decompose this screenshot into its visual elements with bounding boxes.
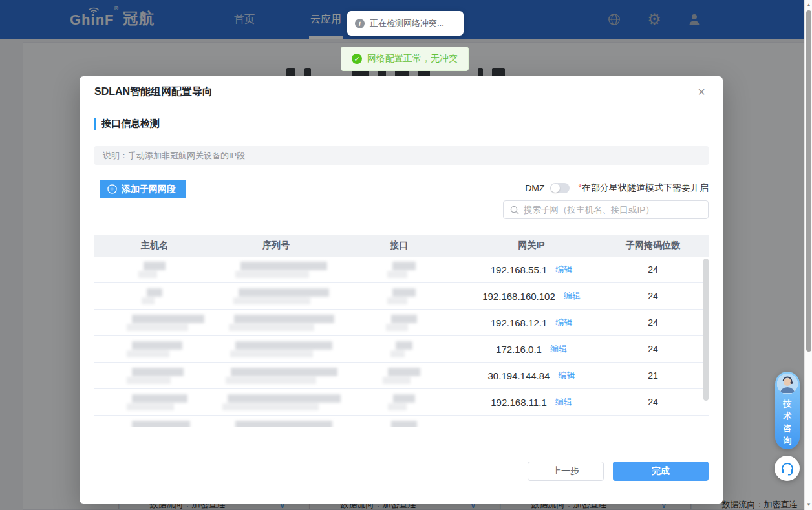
redacted-cell <box>132 394 187 410</box>
redacted-cell <box>239 288 329 304</box>
table-row: 192.168.12.1编辑24 <box>94 310 709 336</box>
table-row: 192.168.11.1编辑24 <box>94 389 709 416</box>
mask-bits: 24 <box>648 291 658 301</box>
mask-bits: 24 <box>648 397 658 407</box>
col-hostname: 主机名 <box>94 240 215 251</box>
page-scrollbar-thumb[interactable] <box>806 10 811 352</box>
redacted-cell <box>132 341 182 357</box>
section-header: 接口信息检测 <box>94 118 160 130</box>
redacted-cell <box>392 288 416 304</box>
mask-bits: 24 <box>648 344 658 354</box>
success-toast: ✓ 网络配置正常，无冲突 <box>341 47 469 71</box>
table-row: 192.168.160.102编辑24 <box>94 283 709 310</box>
col-gateway-ip: 网关IP <box>460 240 603 251</box>
sdlan-wizard-modal: SDLAN智能组网配置导向 × 接口信息检测 说明：手动添加非冠航网关设备的IP… <box>80 76 723 504</box>
table-body: 192.168.55.1编辑24192.168.160.102编辑24192.1… <box>94 257 709 427</box>
check-circle-icon: ✓ <box>352 54 362 64</box>
redacted-cell <box>147 288 162 304</box>
search-icon <box>510 206 519 215</box>
redacted-cell <box>235 421 332 427</box>
section-accent-bar <box>94 118 96 130</box>
redacted-cell <box>396 341 412 357</box>
redacted-cell <box>235 341 332 357</box>
redacted-cell <box>228 394 341 410</box>
table-row <box>94 416 709 427</box>
network-check-text: 正在检测网络冲突... <box>370 17 444 29</box>
scroll-down-arrow[interactable]: ▼ <box>806 502 811 507</box>
redacted-cell <box>391 315 417 331</box>
table-scrollbar-thumb[interactable] <box>703 259 709 401</box>
subnet-table: 主机名 序列号 接口 网关IP 子网掩码位数 192.168.55.1编辑241… <box>94 235 709 427</box>
table-row: 30.194.144.84编辑21 <box>94 363 709 389</box>
scroll-up-arrow[interactable]: ▲ <box>806 3 811 8</box>
redacted-cell <box>392 262 416 278</box>
support-avatar <box>777 374 798 394</box>
redacted-cell <box>132 421 190 427</box>
edit-link[interactable]: 编辑 <box>555 264 572 275</box>
gateway-ip: 192.168.160.102 <box>482 291 555 302</box>
plus-circle-icon <box>107 184 117 194</box>
table-header-row: 主机名 序列号 接口 网关IP 子网掩码位数 <box>94 235 709 257</box>
redacted-cell <box>393 394 415 410</box>
section-title: 接口信息检测 <box>102 118 160 130</box>
redacted-cell <box>234 315 334 331</box>
edit-link[interactable]: 编辑 <box>555 396 572 408</box>
modal-header: SDLAN智能组网配置导向 × <box>80 76 723 107</box>
page-scrollbar[interactable]: ▲ ▼ <box>804 0 812 510</box>
previous-step-button[interactable]: 上一步 <box>528 462 604 481</box>
gateway-ip: 192.168.11.1 <box>491 397 546 408</box>
redacted-cell <box>132 315 204 331</box>
col-interface: 接口 <box>337 240 460 251</box>
dmz-label: DMZ <box>525 183 544 193</box>
col-serial: 序列号 <box>215 240 337 251</box>
dmz-toggle[interactable] <box>550 183 570 193</box>
redacted-cell <box>240 262 327 278</box>
gateway-ip: 172.16.0.1 <box>496 344 542 355</box>
dmz-hint: *在部分星状隧道模式下需要开启 <box>579 182 709 194</box>
modal-title: SDLAN智能组网配置导向 <box>94 85 213 99</box>
tech-support-pill[interactable]: 技术咨询 <box>775 372 800 449</box>
app-root: GhinF® 冠航 首页 云应用 ⚙ <box>0 0 812 510</box>
search-box <box>503 200 709 219</box>
note-bar: 说明：手动添加非冠航网关设备的IP段 <box>94 146 709 165</box>
edit-link[interactable]: 编辑 <box>550 343 567 355</box>
edit-link[interactable]: 编辑 <box>555 317 572 328</box>
mask-bits: 21 <box>648 370 658 381</box>
network-check-tooltip: i 正在检测网络冲突... <box>347 11 464 36</box>
add-subnet-label: 添加子网网段 <box>122 184 176 195</box>
redacted-cell <box>132 368 184 384</box>
headset-icon[interactable] <box>775 456 800 481</box>
gateway-ip: 192.168.55.1 <box>491 264 548 275</box>
mask-bits: 24 <box>648 264 658 275</box>
gateway-ip: 192.168.12.1 <box>491 317 548 328</box>
finish-button[interactable]: 完成 <box>613 462 709 481</box>
table-row: 172.16.0.1编辑24 <box>94 336 709 363</box>
edit-link[interactable]: 编辑 <box>564 290 581 302</box>
toggle-knob <box>551 184 560 193</box>
info-icon: i <box>355 19 365 28</box>
redacted-cell <box>388 368 420 384</box>
table-row: 192.168.55.1编辑24 <box>94 257 709 283</box>
dmz-row: DMZ *在部分星状隧道模式下需要开启 <box>525 182 709 194</box>
gateway-ip: 30.194.144.84 <box>488 370 550 381</box>
add-subnet-button[interactable]: 添加子网网段 <box>100 180 186 198</box>
mask-bits: 24 <box>648 317 658 328</box>
close-icon[interactable]: × <box>693 83 710 100</box>
tech-support-label: 技术咨询 <box>784 398 792 446</box>
modal-footer: 上一步 完成 <box>80 462 723 481</box>
search-subnet-input[interactable] <box>524 205 701 215</box>
col-mask-bits: 子网掩码位数 <box>603 240 703 251</box>
success-toast-text: 网络配置正常，无冲突 <box>367 53 458 65</box>
redacted-cell <box>144 262 166 278</box>
edit-link[interactable]: 编辑 <box>558 370 575 381</box>
redacted-cell <box>231 368 337 384</box>
redacted-cell <box>391 421 417 427</box>
